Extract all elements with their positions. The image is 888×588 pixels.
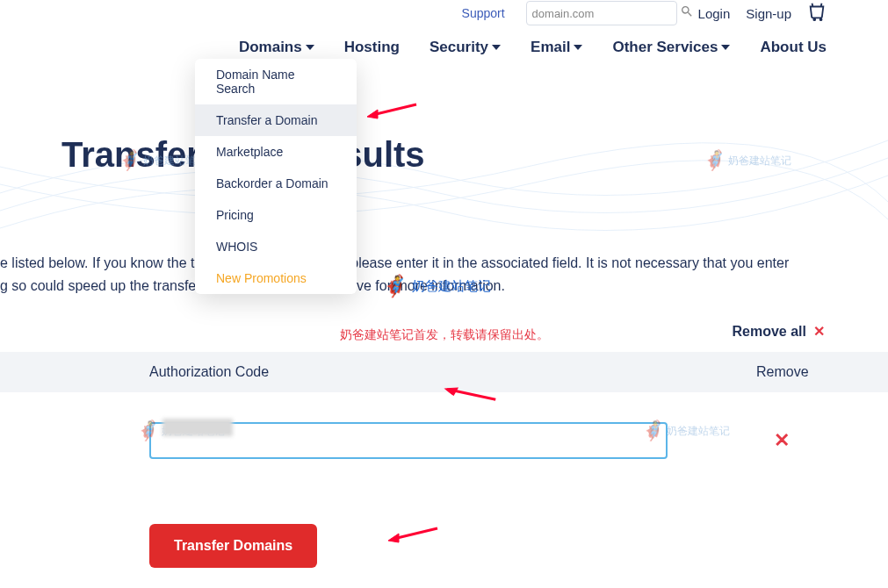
nav-hosting[interactable]: Hosting — [344, 39, 400, 56]
main-nav: Domains Hosting Security Email Other Ser… — [0, 26, 888, 56]
nav-domains[interactable]: Domains — [239, 39, 314, 56]
remove-row-icon[interactable]: ✕ — [774, 429, 790, 451]
svg-line-2 — [372, 104, 416, 115]
nav-email[interactable]: Email — [531, 39, 582, 56]
remove-all-link[interactable]: Remove all ✕ — [733, 323, 825, 340]
dropdown-domain-search[interactable]: Domain Name Search — [195, 59, 357, 104]
svg-marker-3 — [367, 110, 378, 118]
login-area: Login Sign-up — [698, 2, 827, 25]
close-icon: ✕ — [813, 323, 825, 340]
page-title: Transfer ____R esults — [61, 135, 888, 175]
transfer-domains-button[interactable]: Transfer Domains — [149, 524, 317, 568]
dropdown-marketplace[interactable]: Marketplace — [195, 136, 357, 168]
nav-about-us[interactable]: About Us — [760, 39, 827, 56]
svg-point-0 — [813, 18, 815, 20]
caret-icon — [306, 45, 314, 50]
auth-cell — [0, 422, 712, 459]
caret-icon — [574, 45, 582, 50]
remove-header: Remove — [712, 364, 888, 380]
table-header: Authorization Code Remove — [0, 352, 888, 392]
dropdown-backorder[interactable]: Backorder a Domain — [195, 168, 357, 199]
caret-icon — [492, 45, 501, 50]
nav-other-services[interactable]: Other Services — [612, 39, 730, 56]
search-icon[interactable] — [680, 4, 694, 22]
table-row: ✕ — [0, 392, 888, 489]
domain-search-box[interactable] — [526, 1, 677, 25]
dropdown-pricing[interactable]: Pricing — [195, 199, 357, 231]
domains-dropdown: Domain Name Search Transfer a Domain Mar… — [195, 59, 357, 294]
body-text: e listed below. If you know the te, plea… — [0, 175, 888, 297]
nav-security[interactable]: Security — [430, 39, 501, 56]
svg-point-1 — [820, 18, 822, 20]
dropdown-transfer-domain[interactable]: Transfer a Domain — [195, 104, 357, 136]
auth-code-input[interactable] — [149, 422, 668, 459]
domain-search-input[interactable] — [532, 7, 680, 20]
dropdown-new-promotions[interactable]: New Promotions — [195, 262, 357, 294]
top-bar: Support Login Sign-up — [0, 0, 888, 26]
action-row: Transfer Domains — [0, 489, 888, 568]
auth-code-header: Authorization Code — [0, 364, 712, 380]
login-link[interactable]: Login — [698, 6, 731, 21]
support-link[interactable]: Support — [462, 6, 505, 20]
remove-cell: ✕ — [712, 429, 888, 452]
cart-icon[interactable] — [807, 2, 827, 25]
remove-all-row: Remove all ✕ — [0, 297, 888, 352]
dropdown-whois[interactable]: WHOIS — [195, 231, 357, 262]
signup-link[interactable]: Sign-up — [746, 6, 791, 21]
arrow-annotation — [365, 99, 418, 124]
caret-icon — [721, 45, 730, 50]
